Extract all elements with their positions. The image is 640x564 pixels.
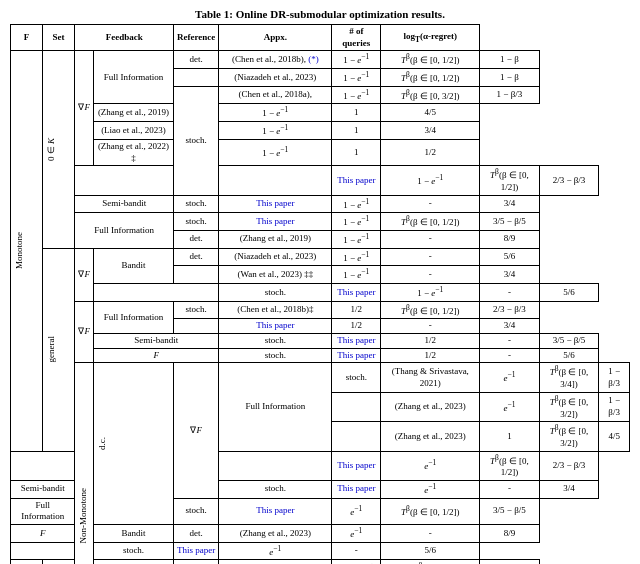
queries-nm-3: Tβ(β ∈ [0, 3/2]) <box>539 422 599 451</box>
ref-chen2018b-gen: (Chen et al., 2018b)‡ <box>219 301 332 319</box>
ref-thang2021: (Thang & Srivastava, 2021) <box>381 363 480 392</box>
table-row: Semi-bandit stoch. This paper 1 − e−1 - … <box>11 195 630 213</box>
appx-5: 1 − e−1 <box>219 122 332 140</box>
regret-3: 1 − β/3 <box>480 86 540 104</box>
stoch-full-f: stoch. <box>173 213 218 231</box>
appx-f-nm-s: e−1 <box>219 542 332 560</box>
regret-nm-3: 4/5 <box>599 422 630 451</box>
fb-semi-nm: Semi-bandit <box>11 480 75 498</box>
table-row: Monotone 0 ∈ K ∇F Full Information det. … <box>11 51 630 69</box>
fb-f-nm-full: Full Information <box>11 498 75 524</box>
ref-this-paper-gen-4: This paper <box>332 348 381 363</box>
fb-full-info-nm: Full Information <box>219 363 332 451</box>
ref-this-paper-3: This paper <box>219 213 332 231</box>
appx-nm-3: 1 <box>480 422 540 451</box>
ref-liao2023: (Liao et al., 2023) <box>94 122 174 140</box>
stoch-f-nm-b: Bandit <box>94 525 174 543</box>
fb-stoch-gen <box>94 284 219 302</box>
stoch-f-nm: stoch. <box>173 498 218 524</box>
ref-niazadeh-gen: (Niazadeh et al., 2023) <box>219 248 332 266</box>
regret-nm-1: 1 − β/3 <box>599 363 630 392</box>
table-row: (Liao et al., 2023) 1 − e−1 1 3/4 <box>11 122 630 140</box>
stoch-det-2 <box>173 69 218 87</box>
stoch-semi: stoch. <box>173 195 218 213</box>
appx-semi-gen: 1/2 <box>381 334 480 349</box>
queries-this-2: - <box>381 195 480 213</box>
ref-this-paper-2: This paper <box>219 195 332 213</box>
set-general-mono: general <box>42 248 74 451</box>
fb-semi-bandit: Semi-bandit <box>75 195 174 213</box>
regret-f-nm: 3/5 − β/5 <box>480 498 540 524</box>
col-header-set: Set <box>42 25 74 51</box>
stoch-nm-1: stoch. <box>332 363 381 392</box>
queries-gen-1: - <box>381 248 480 266</box>
set-dc: d.c. <box>94 363 174 525</box>
table-title: Table 1: Online DR-submodular optimizati… <box>10 8 630 20</box>
ref-this-paper-gen-2: This paper <box>219 319 332 334</box>
col-header-F: F <box>11 25 43 51</box>
queries-f-gen: - <box>480 348 540 363</box>
stoch-semi-gen: stoch. <box>219 334 332 349</box>
stoch-nm-tp1 <box>219 451 332 480</box>
queries-3: Tβ(β ∈ [0, 3/2]) <box>381 86 480 104</box>
queries-nm-1: Tβ(β ∈ [0, 3/4]) <box>539 363 599 392</box>
col-header-regret: logT(α-regret) <box>381 25 480 51</box>
queries-f-nm: Tβ(β ∈ [0, 1/2]) <box>381 498 480 524</box>
appx-this-2: 1 − e−1 <box>332 195 381 213</box>
appx-gen-2: 1 − e−1 <box>332 266 381 284</box>
appx-nm-tp1: e−1 <box>381 451 480 480</box>
ref-this-paper-gen-1: This paper <box>332 284 381 302</box>
ref-this-paper-1: This paper <box>332 166 381 195</box>
ref-zhang2023: (Zhang et al., 2023) <box>381 392 480 421</box>
table-row: F stoch. This paper 1/2 - 5/6 <box>11 348 630 363</box>
appx-f-gen: 1/2 <box>381 348 480 363</box>
stoch-f-gen: stoch. <box>219 348 332 363</box>
ref-zhang2023-nm: (Zhang et al., 2023) <box>219 525 332 543</box>
table-row: Semi-bandit stoch. This paper 1/2 - 3/5 … <box>11 334 630 349</box>
stoch-bandit-gen: det. <box>173 248 218 266</box>
regret-f-gen: 5/6 <box>539 348 599 363</box>
ref-zhang2023-2: (Zhang et al., 2023) <box>381 422 480 451</box>
appx-7: 1 − e−1 <box>332 230 381 248</box>
stoch-nm-2 <box>332 392 381 421</box>
queries-6: 1 <box>332 139 381 165</box>
table-row: (Zhang et al., 2019) 1 − e−1 1 4/5 <box>11 104 630 122</box>
stoch-gen-fi-2 <box>173 319 218 334</box>
queries-this-1: Tβ(β ∈ [0, 1/2]) <box>480 166 540 195</box>
appx-f-nm-b: e−1 <box>332 525 381 543</box>
fb-gradf-nm: ∇F <box>173 363 218 498</box>
stoch-gen-2 <box>173 266 218 284</box>
queries-f-nm-s: - <box>332 542 381 560</box>
feedback-gradf: ∇F <box>75 51 94 166</box>
queries-nm-2: Tβ(β ∈ [0, 3/2]) <box>539 392 599 421</box>
fb-f-nm-stoch <box>11 542 94 560</box>
set-general-nm: general <box>11 560 43 564</box>
appx-gen-nm-1: (1 − h)/3√3 <box>332 560 381 564</box>
col-header-reference: Reference <box>173 25 218 51</box>
regret-f-nm-s: 5/6 <box>381 542 480 560</box>
appx-f-nm: e−1 <box>332 498 381 524</box>
queries-5: 1 <box>332 122 381 140</box>
appx-this-1: 1 − e−1 <box>381 166 480 195</box>
fb-full-info-gen-nm: Full Information <box>94 560 174 564</box>
fb-semi-gen: Semi-bandit <box>94 334 219 349</box>
stoch-f-nm-s: stoch. <box>94 542 174 560</box>
ref-thang2021-gen: (Thang & Srivastava, 2021) <box>219 560 332 564</box>
table-row: Full Information stoch. This paper 1 − e… <box>11 213 630 231</box>
ref-wan2023: (Wan et al., 2023) ‡‡ <box>219 266 332 284</box>
stoch-gen-nm-1: stoch. <box>173 560 218 564</box>
results-table: F Set Feedback Reference Appx. # of quer… <box>10 24 630 564</box>
table-row: This paper 1 − e−1 Tβ(β ∈ [0, 1/2]) 2/3 … <box>11 166 630 195</box>
stoch-semi-nm: stoch. <box>219 480 332 498</box>
fb-f-nm-bandit: F <box>11 525 75 543</box>
set-0ink: 0 ∈ K <box>42 51 74 248</box>
fb-nm-tp1 <box>11 451 75 480</box>
appx-gen-3: 1 − e−1 <box>381 284 480 302</box>
col-header-appx: Appx. <box>219 25 332 51</box>
stoch-this-1 <box>219 166 332 195</box>
queries-nm-tp1: Tβ(β ∈ [0, 1/2]) <box>480 451 540 480</box>
appx-6: 1 − e−1 <box>219 139 332 165</box>
table-row: (Zhang et al., 2022) ‡ 1 − e−1 1 1/2 <box>11 139 630 165</box>
appx-gen-1: 1 − e−1 <box>332 248 381 266</box>
regret-7: 8/9 <box>480 230 540 248</box>
